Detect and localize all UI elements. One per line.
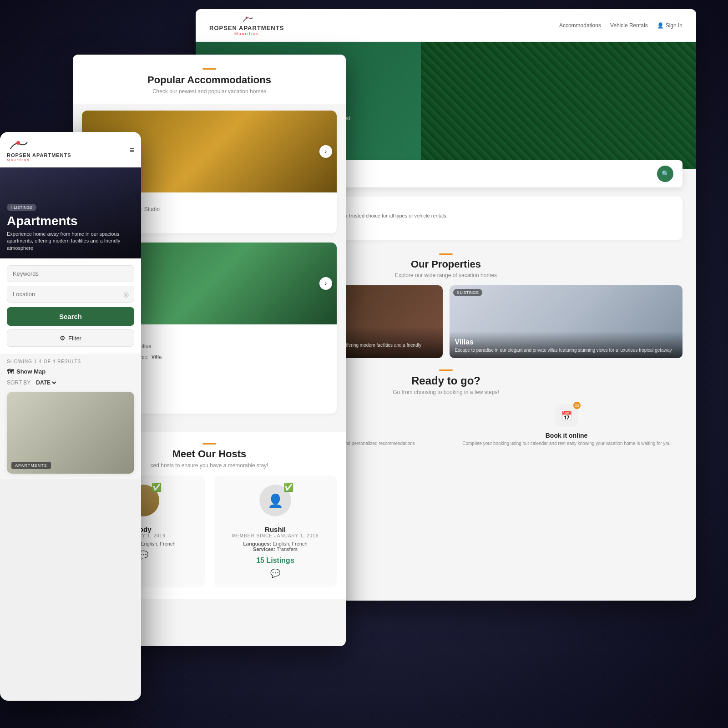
- host-verified-icon-1: ✅: [152, 482, 162, 492]
- nav-accommodations[interactable]: Accommodations: [559, 22, 601, 29]
- location-target-icon: ◎: [123, 291, 129, 298]
- signin-icon: 👤: [657, 22, 664, 29]
- mobile-brand: ROPSEN APARTMENTS Mauritius: [7, 139, 71, 162]
- mobile-card: ROPSEN APARTMENTS Mauritius ≡ 4 LISTINGS…: [0, 132, 141, 701]
- host-verified-icon-2: ✅: [283, 482, 293, 492]
- filter-icon: ⚙: [60, 334, 66, 342]
- keywords-input[interactable]: [7, 265, 134, 282]
- brand-name: ROPSEN APARTMENTS: [209, 25, 284, 31]
- property-card-villas[interactable]: 5 LISTINGS Villas Escape to paradise in …: [450, 285, 683, 358]
- host-langs-text-2: English, French: [273, 541, 307, 546]
- step-book-online: 📅 03 Book it online Complete your bookin…: [450, 404, 682, 446]
- mobile-listing-image: APARTMENTS: [7, 392, 134, 474]
- mobile-filter-btn[interactable]: ⚙ Filter: [7, 329, 134, 347]
- map-icon: 🗺: [7, 368, 14, 375]
- mobile-search-btn[interactable]: Search: [7, 307, 134, 326]
- hosts-accent: [202, 443, 216, 445]
- villas-name: Villas: [455, 338, 677, 346]
- mobile-brand-name: ROPSEN APARTMENTS: [7, 152, 71, 158]
- desktop-nav: ROPSEN APARTMENTS Mauritius Accommodatio…: [196, 9, 696, 42]
- hamburger-icon[interactable]: ≡: [129, 146, 134, 155]
- calendar-icon: 📅: [561, 410, 572, 421]
- listing-nav-arrow-2[interactable]: ›: [319, 277, 332, 290]
- accommodation-type-value: Villa: [152, 354, 162, 359]
- mobile-listing-type-badge: APARTMENTS: [11, 462, 51, 469]
- svg-point-0: [246, 16, 248, 19]
- nav-signin[interactable]: 👤 Sign In: [657, 22, 682, 29]
- properties-subtitle: Explore our wide range of vacation homes: [395, 272, 497, 278]
- brand-logo: ROPSEN APARTMENTS Mauritius: [209, 15, 284, 36]
- host-name-2: Rushil: [221, 526, 330, 533]
- mobile-hero-content: 4 LISTINGS Apartments Experience home aw…: [7, 202, 134, 252]
- host-listings-count[interactable]: 15 Listings: [221, 556, 330, 565]
- brand-sub: Mauritius: [234, 31, 259, 36]
- listing-type-text: Studio: [144, 206, 160, 212]
- step-icon-2: 📅 03: [555, 404, 578, 427]
- ready-accent: [439, 369, 453, 371]
- filter-label: Filter: [68, 335, 81, 342]
- villas-overlay: Villas Escape to paradise in our elegant…: [450, 331, 683, 358]
- person-icon: 👤: [268, 493, 283, 508]
- host-languages-2: Languages: English, French: [221, 541, 330, 546]
- show-map-btn[interactable]: 🗺 Show Map: [7, 368, 134, 375]
- popular-subtitle: Check our newest and popular vacation ho…: [84, 88, 334, 95]
- mobile-header: ROPSEN APARTMENTS Mauritius ≡: [0, 132, 141, 167]
- host-langs-text-1: English, French: [141, 541, 175, 546]
- desktop-search-btn[interactable]: 🔍: [657, 166, 673, 182]
- mobile-hero-title: Apartments: [7, 214, 134, 228]
- results-count: SHOWING 1-4 OF 4 RESULTS: [7, 359, 134, 364]
- sort-row: SORT BY DATE: [7, 379, 134, 386]
- host-since-2: MEMBER SINCE JANUARY 1, 2016: [221, 533, 330, 538]
- svg-point-1: [16, 141, 20, 145]
- villas-desc: Escape to paradise in our elegant and pr…: [455, 348, 677, 353]
- mobile-hero-description: Experience home away from home in our sp…: [7, 231, 134, 252]
- location-input-row: ◎: [7, 286, 134, 303]
- properties-title: Our Properties: [411, 258, 481, 270]
- mobile-results: SHOWING 1-4 OF 4 RESULTS 🗺 Show Map SORT…: [0, 354, 141, 479]
- listing-nav-arrow-1[interactable]: ›: [319, 145, 332, 158]
- hero-aerial-photo: [421, 42, 696, 169]
- mobile-brand-icon: [7, 139, 30, 152]
- mobile-search-panel: ◎ Search ⚙ Filter: [0, 258, 141, 354]
- mobile-listing-card[interactable]: APARTMENTS: [7, 392, 134, 474]
- popular-header: Popular Accommodations Check our newest …: [73, 55, 346, 104]
- villas-badge: 5 LISTINGS: [453, 289, 483, 296]
- sort-label: SORT BY: [7, 379, 30, 386]
- popular-title: Popular Accommodations: [84, 74, 334, 86]
- nav-links: Accommodations Vehicle Rentals 👤 Sign In: [559, 22, 682, 29]
- host-services-2: Services: Transfers: [221, 546, 330, 552]
- nav-vehicle-rentals[interactable]: Vehicle Rentals: [610, 22, 648, 29]
- host-card-2[interactable]: 👤 ✅ Rushil MEMBER SINCE JANUARY 1, 2016 …: [214, 475, 337, 587]
- popular-accent: [202, 68, 216, 70]
- section-accent: [439, 253, 453, 255]
- mobile-hero: 4 LISTINGS Apartments Experience home aw…: [0, 167, 141, 258]
- sort-select[interactable]: DATE: [34, 379, 58, 386]
- step-num-2: 03: [573, 402, 581, 409]
- show-map-label: Show Map: [16, 368, 46, 375]
- message-icon-host-2[interactable]: 💬: [270, 569, 280, 578]
- book-online-desc: Complete your booking using our calendar…: [450, 441, 682, 446]
- book-online-title: Book it online: [450, 432, 682, 439]
- location-input[interactable]: [7, 286, 134, 303]
- brand-icon: [240, 15, 253, 24]
- host-services-text: Transfers: [277, 546, 298, 552]
- mobile-brand-sub: Mauritius: [7, 158, 30, 162]
- mobile-listings-badge: 4 LISTINGS: [7, 204, 36, 211]
- signin-label: Sign In: [666, 22, 682, 29]
- host-message-action-2: 💬: [221, 568, 330, 578]
